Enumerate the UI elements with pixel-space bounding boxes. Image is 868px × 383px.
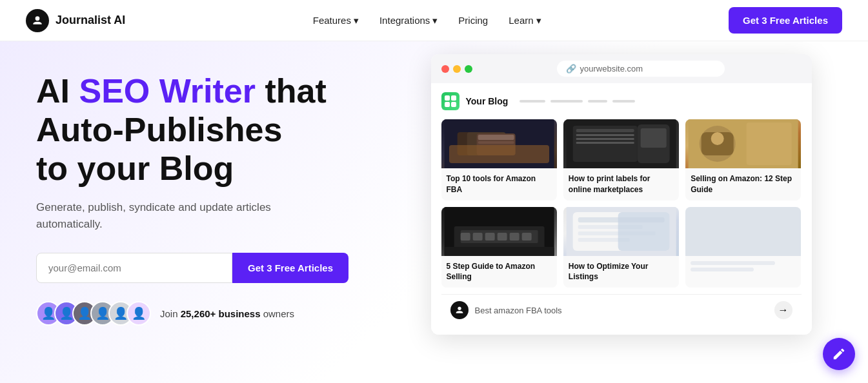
nav-features[interactable]: Features ▾: [313, 15, 359, 26]
article-card[interactable]: Selling on Amazon: 12 Step Guide: [685, 119, 801, 201]
browser-window: 🔗 yourwebsite.com Your: [431, 54, 812, 335]
article-title: 5 Step Guide to Amazon Selling: [447, 261, 552, 283]
svg-rect-25: [472, 233, 482, 241]
article-body: How to print labels for online marketpla…: [563, 168, 679, 201]
svg-rect-16: [747, 123, 792, 165]
svg-rect-24: [460, 233, 470, 241]
svg-rect-36: [618, 212, 669, 251]
blog-title: Your Blog: [466, 96, 509, 106]
hero-heading-highlight: SEO Writer: [79, 72, 256, 110]
article-card[interactable]: How to print labels for online marketpla…: [563, 119, 679, 201]
nav-learn[interactable]: Learn ▾: [509, 15, 541, 26]
browser-content: Your Blog: [431, 83, 812, 335]
svg-rect-10: [576, 134, 634, 136]
hero-right: 🔗 yourwebsite.com Your: [374, 41, 868, 383]
avatar: 👤: [126, 301, 151, 326]
article-body: Selling on Amazon: 12 Step Guide: [685, 168, 801, 201]
article-card[interactable]: [685, 207, 801, 288]
chat-bar: Best amazon FBA tools →: [441, 294, 802, 326]
navbar: Journalist AI Features ▾ Integrations ▾ …: [0, 0, 868, 41]
nav-line: [612, 100, 635, 103]
article-body: How to Optimize Your Listings: [563, 256, 679, 288]
hero-heading: AI SEO Writer thatAuto-Publishesto your …: [36, 72, 348, 188]
chat-input[interactable]: Best amazon FBA tools: [475, 306, 768, 315]
hero-section: AI SEO Writer thatAuto-Publishesto your …: [0, 41, 868, 383]
svg-rect-23: [444, 247, 554, 256]
article-thumbnail: [441, 207, 557, 256]
logo[interactable]: Journalist AI: [26, 9, 125, 32]
svg-rect-29: [521, 233, 531, 241]
chat-send-button[interactable]: →: [774, 301, 792, 319]
article-card[interactable]: 5 Step Guide to Amazon Selling: [441, 207, 557, 288]
svg-point-19: [711, 132, 724, 145]
svg-rect-5: [478, 135, 514, 140]
blog-logo-icon: [441, 92, 459, 110]
article-body: Top 10 tools for Amazon FBA: [441, 168, 557, 201]
article-title: Selling on Amazon: 12 Step Guide: [691, 173, 796, 195]
svg-rect-14: [640, 128, 666, 148]
svg-rect-6: [478, 141, 514, 144]
nav-cta-button[interactable]: Get 3 Free Articles: [729, 7, 842, 34]
hero-left: AI SEO Writer thatAuto-Publishesto your …: [0, 41, 374, 383]
hero-cta-button[interactable]: Get 3 Free Articles: [232, 253, 348, 283]
url-bar[interactable]: 🔗 yourwebsite.com: [557, 61, 725, 77]
nav-integrations[interactable]: Integrations ▾: [379, 15, 438, 26]
svg-rect-9: [576, 129, 634, 132]
article-title: Top 10 tools for Amazon FBA: [447, 173, 552, 195]
chevron-down-icon: ▾: [354, 15, 359, 26]
svg-rect-28: [509, 233, 519, 241]
svg-rect-11: [576, 138, 634, 140]
logo-icon: [26, 9, 49, 32]
svg-point-0: [35, 16, 40, 21]
url-text: yourwebsite.com: [580, 64, 643, 74]
avatar-group: 👤 👤 👤 👤 👤 👤: [36, 301, 151, 326]
logo-text: Journalist AI: [56, 14, 125, 27]
article-title: How to Optimize Your Listings: [569, 261, 674, 283]
nav-line: [550, 100, 583, 103]
nav-line: [520, 100, 545, 103]
hero-email-form: Get 3 Free Articles: [36, 253, 348, 283]
hero-heading-plain: AI: [36, 72, 79, 110]
svg-rect-26: [485, 233, 494, 241]
chat-widget-button[interactable]: [823, 338, 855, 370]
browser-dots: [441, 65, 472, 73]
svg-rect-12: [576, 142, 634, 144]
chevron-down-icon: ▾: [536, 15, 541, 26]
article-title: How to print labels for online marketpla…: [569, 173, 674, 195]
article-body: [685, 256, 801, 277]
articles-grid: Top 10 tools for Amazon FBA: [441, 119, 802, 288]
hero-subheading: Generate, publish, syndicate and update …: [36, 199, 294, 232]
email-input[interactable]: [36, 253, 232, 283]
svg-point-37: [458, 307, 461, 310]
article-body: 5 Step Guide to Amazon Selling: [441, 256, 557, 288]
article-thumbnail: [685, 119, 801, 168]
social-proof-text: Join 25,260+ business owners: [160, 308, 294, 319]
nav-links: Features ▾ Integrations ▾ Pricing Learn …: [313, 15, 541, 26]
chevron-down-icon: ▾: [432, 15, 438, 26]
social-proof: 👤 👤 👤 👤 👤 👤 Join 25,260: [36, 301, 348, 326]
nav-pricing[interactable]: Pricing: [458, 15, 488, 26]
nav-line: [588, 100, 607, 103]
maximize-dot[interactable]: [465, 65, 472, 73]
blog-header: Your Blog: [441, 92, 802, 110]
link-icon: 🔗: [566, 64, 576, 74]
article-card[interactable]: Top 10 tools for Amazon FBA: [441, 119, 557, 201]
article-thumbnail: [441, 119, 557, 168]
article-thumbnail: [563, 119, 679, 168]
article-thumbnail: [685, 207, 801, 256]
send-icon: →: [778, 304, 789, 316]
article-thumbnail: [563, 207, 679, 256]
article-card[interactable]: How to Optimize Your Listings: [563, 207, 679, 288]
svg-rect-27: [497, 233, 507, 241]
browser-chrome: 🔗 yourwebsite.com: [431, 54, 812, 83]
chat-bot-icon: [450, 301, 469, 319]
minimize-dot[interactable]: [453, 65, 461, 73]
close-dot[interactable]: [441, 65, 449, 73]
blog-nav: [520, 100, 635, 103]
